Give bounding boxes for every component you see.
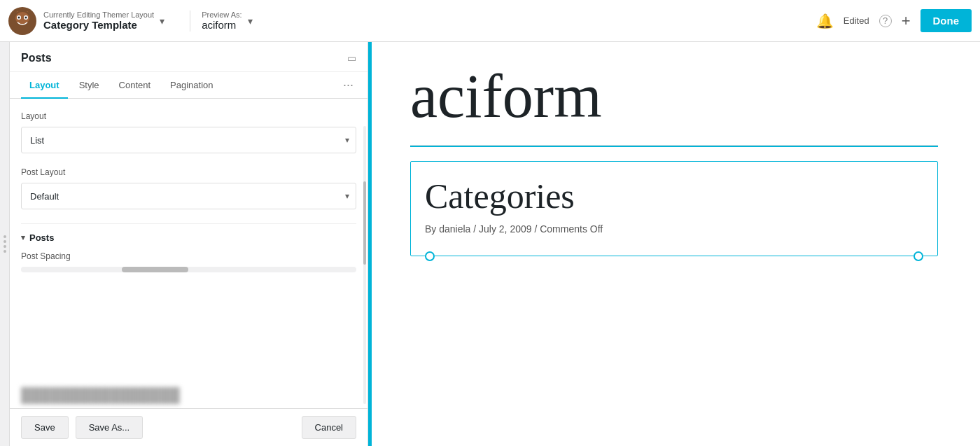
sidebar-blurred-content: ████████████████ (10, 380, 368, 408)
preview-content: aciform Categories By daniela / July 2, … (368, 42, 980, 277)
post-layout-field-group: Post Layout Default Custom ▾ (21, 167, 356, 209)
drag-dot (4, 240, 6, 243)
preview-post-circle-right (913, 251, 923, 261)
help-icon[interactable]: ? (879, 15, 892, 27)
post-layout-field-label: Post Layout (21, 167, 356, 177)
preview-site-title: aciform (410, 63, 938, 131)
preview-as-chevron-icon[interactable]: ▾ (248, 15, 253, 27)
svg-point-5 (25, 16, 27, 18)
layout-select[interactable]: List Grid Masonry (21, 127, 356, 153)
topbar-subtitle: Currently Editing Themer Layout (43, 11, 154, 19)
blurred-text: ████████████████ (21, 387, 180, 403)
drag-dot (4, 245, 6, 248)
preview-post-box: Categories By daniela / July 2, 2009 / C… (410, 161, 938, 256)
topbar-divider (190, 11, 190, 32)
topbar-title-block: Currently Editing Themer Layout Category… (43, 11, 154, 31)
preview-as-value: aciform (202, 19, 241, 31)
cancel-button[interactable]: Cancel (302, 416, 356, 439)
drag-dot (4, 235, 6, 238)
tab-content[interactable]: Content (111, 73, 160, 99)
preview-pane: aciform Categories By daniela / July 2, … (368, 42, 980, 446)
tab-pagination[interactable]: Pagination (162, 73, 221, 99)
logo-icon (8, 7, 36, 35)
topbar: Currently Editing Themer Layout Category… (0, 0, 980, 42)
tab-more-icon[interactable]: ··· (340, 72, 356, 98)
sidebar-header: Posts ▭ (10, 42, 368, 72)
layout-field-label: Layout (21, 111, 356, 121)
layout-select-wrapper: List Grid Masonry ▾ (21, 127, 356, 153)
svg-point-4 (18, 16, 20, 18)
preview-categories-title: Categories (425, 176, 923, 216)
save-as-button[interactable]: Save As... (76, 416, 144, 439)
preview-blue-divider (410, 146, 938, 147)
post-layout-select[interactable]: Default Custom (21, 183, 356, 209)
post-spacing-thumb (122, 267, 189, 272)
posts-section-toggle[interactable]: ▾ Posts (21, 232, 356, 251)
sidebar-scrollbar-thumb (363, 181, 366, 265)
topbar-title: Category Template (43, 19, 154, 31)
posts-section-chevron-icon: ▾ (21, 233, 25, 242)
drag-handle[interactable] (0, 42, 10, 446)
preview-as-block: Preview As: aciform (202, 11, 241, 31)
tabs-bar: Layout Style Content Pagination ··· (10, 72, 368, 99)
maximize-icon[interactable]: ▭ (347, 53, 356, 64)
post-spacing-label: Post Spacing (21, 251, 356, 261)
tab-layout[interactable]: Layout (21, 73, 68, 99)
save-button[interactable]: Save (21, 416, 69, 439)
main-layout: Posts ▭ Layout Style Content Pagination … (0, 42, 980, 446)
posts-section-label: Posts (29, 232, 54, 243)
post-layout-select-wrapper: Default Custom ▾ (21, 183, 356, 209)
add-button[interactable]: + (902, 13, 911, 29)
tab-style[interactable]: Style (71, 73, 108, 99)
bell-icon[interactable]: 🔔 (816, 13, 834, 29)
preview-post-meta: By daniela / July 2, 2009 / Comments Off (425, 223, 923, 235)
preview-post-circle-left (425, 251, 435, 261)
sidebar-panel-title: Posts (21, 52, 52, 64)
edited-label: Edited (844, 15, 869, 26)
preview-as-label: Preview As: (202, 11, 241, 19)
preview-left-accent (368, 42, 372, 446)
drag-dot (4, 250, 6, 253)
save-bar: Save Save As... Cancel (10, 408, 368, 446)
sidebar: Posts ▭ Layout Style Content Pagination … (10, 42, 368, 446)
sidebar-content: Layout List Grid Masonry ▾ Post Layout D… (10, 99, 368, 380)
post-spacing-slider[interactable] (21, 267, 356, 272)
posts-section: ▾ Posts Post Spacing (21, 223, 356, 275)
layout-field-group: Layout List Grid Masonry ▾ (21, 111, 356, 153)
topbar-title-chevron-icon[interactable]: ▾ (160, 15, 164, 27)
topbar-right: 🔔 Edited ? + Done (816, 9, 972, 32)
sidebar-scrollbar[interactable] (363, 126, 366, 404)
done-button[interactable]: Done (920, 9, 972, 32)
